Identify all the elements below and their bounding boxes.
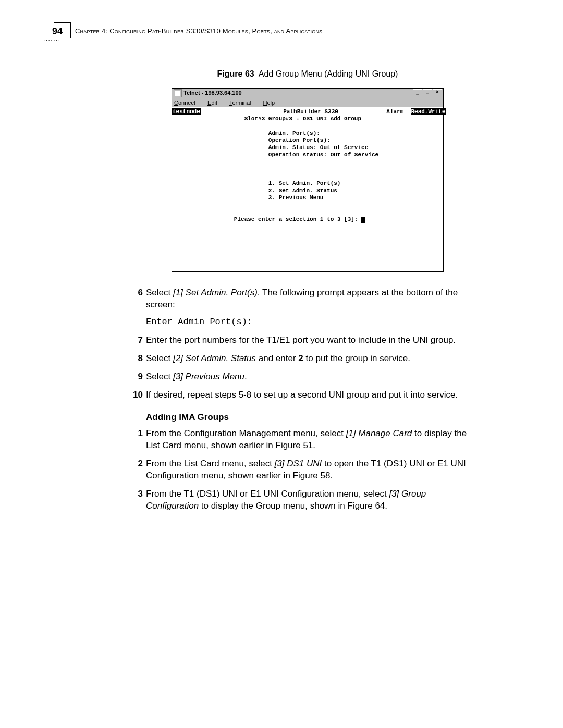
subheading: Adding IMA Groups: [146, 412, 469, 424]
menu-edit[interactable]: Edit: [207, 100, 223, 106]
decorative-dots: ·······: [36, 38, 68, 43]
menu-terminal[interactable]: Terminal: [229, 100, 256, 106]
list-item: 3 From the T1 (DS1) UNI or E1 UNI Config…: [146, 488, 469, 512]
page-number-cell: 94 ·······: [36, 26, 67, 37]
steps-list-b: 1 From the Configuration Management menu…: [146, 428, 469, 512]
content-area: Figure 63 Add Group Menu (Adding UNI Gro…: [146, 68, 469, 512]
window-title: Telnet - 198.93.64.100: [183, 89, 412, 97]
page-number: 94: [52, 26, 63, 36]
mode-badge: Read-Write: [411, 108, 446, 115]
list-item: 6 Select [1] Set Admin. Port(s). The fol…: [146, 287, 469, 328]
list-item: 1 From the Configuration Management menu…: [146, 428, 469, 452]
code-line: Enter Admin Port(s):: [146, 316, 469, 328]
menu-bar: Connect Edit Terminal Help: [172, 98, 443, 108]
terminal-body[interactable]: testnode PathBuilder S330 Alarm Read-Wri…: [172, 107, 443, 271]
telnet-window: Telnet - 198.93.64.100 _ □ × Connect Edi…: [172, 88, 444, 272]
menu-help[interactable]: Help: [263, 100, 280, 106]
list-item: 9 Select [3] Previous Menu.: [146, 371, 469, 383]
terminal-icon: [174, 89, 182, 97]
menu-connect[interactable]: Connect: [174, 100, 201, 106]
figure-caption-text: Add Group Menu (Adding UNI Group): [259, 69, 398, 78]
page-header: 94 ······· Chapter 4: Configuring PathBu…: [36, 26, 521, 37]
list-item: 7 Enter the port numbers for the T1/E1 p…: [146, 335, 469, 347]
maximize-button[interactable]: □: [423, 89, 432, 97]
close-button[interactable]: ×: [433, 89, 442, 97]
steps-list-a: 6 Select [1] Set Admin. Port(s). The fol…: [146, 287, 469, 401]
figure-label: Figure 63: [217, 69, 254, 78]
cursor-icon: [361, 217, 365, 223]
minimize-button[interactable]: _: [413, 89, 422, 97]
hostname: testnode: [172, 108, 201, 115]
chapter-title: Chapter 4: Configuring PathBuilder S330/…: [67, 26, 322, 35]
figure-caption: Figure 63 Add Group Menu (Adding UNI Gro…: [146, 68, 469, 80]
page: 94 ······· Chapter 4: Configuring PathBu…: [0, 0, 563, 623]
list-item: 8 Select [2] Set Admin. Status and enter…: [146, 353, 469, 365]
list-item: 2 From the List Card menu, select [3] DS…: [146, 458, 469, 482]
list-item: 10 If desired, repeat steps 5-8 to set u…: [146, 389, 469, 401]
titlebar: Telnet - 198.93.64.100 _ □ ×: [172, 89, 443, 98]
window-controls: _ □ ×: [412, 89, 443, 97]
